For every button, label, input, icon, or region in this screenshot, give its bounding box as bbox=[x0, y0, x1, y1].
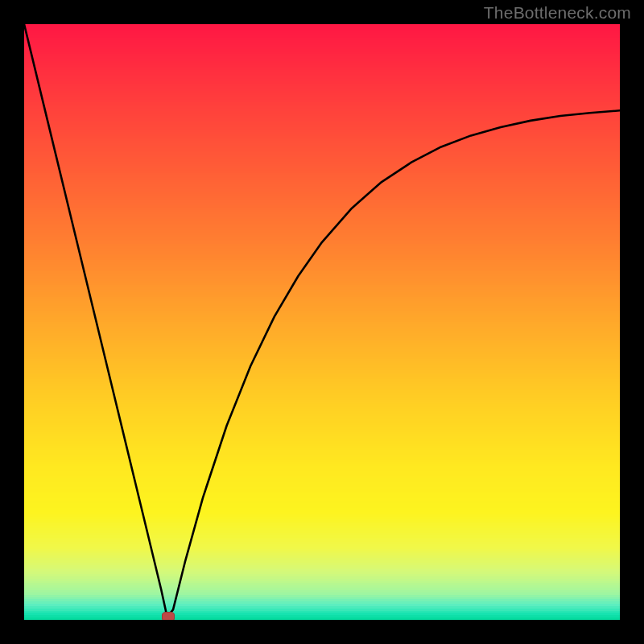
bottleneck-curve bbox=[24, 24, 620, 620]
watermark-text: TheBottleneck.com bbox=[484, 3, 631, 23]
plot-area bbox=[24, 24, 620, 620]
optimal-point-marker bbox=[162, 612, 175, 620]
chart-frame: TheBottleneck.com bbox=[0, 0, 644, 644]
